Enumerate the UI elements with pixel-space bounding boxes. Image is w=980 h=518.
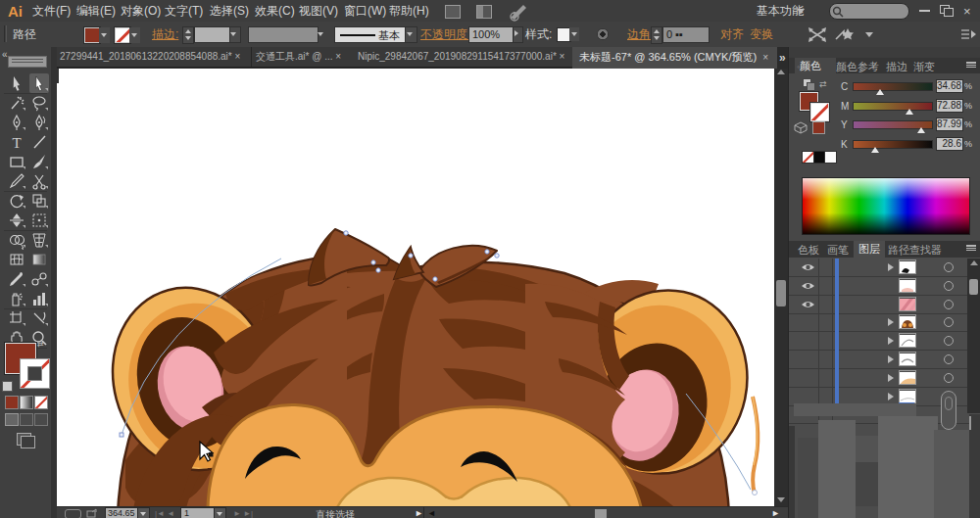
svg-text:T: T [12,135,21,151]
